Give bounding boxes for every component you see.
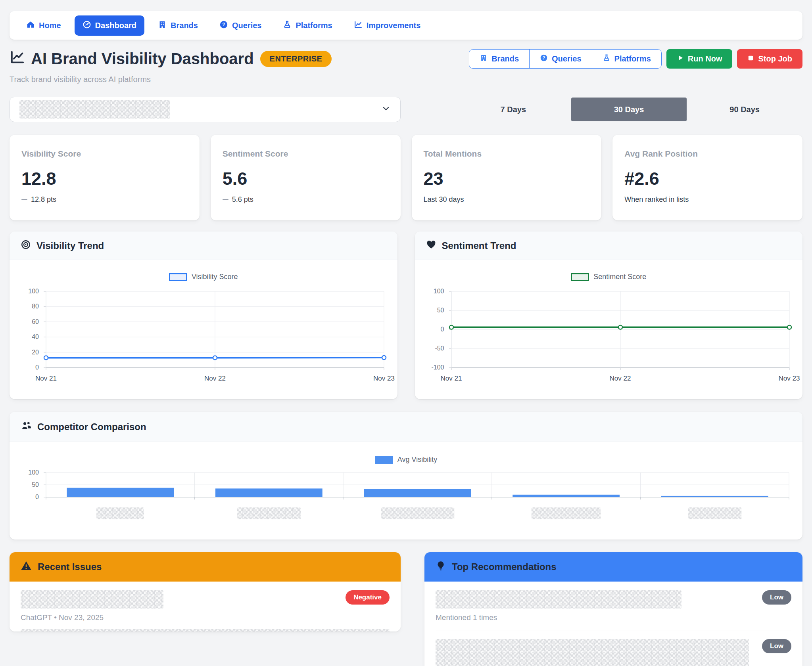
brand-select[interactable]	[10, 97, 401, 122]
x-tick-label: Nov 22	[610, 375, 631, 383]
recommendation-title-redacted	[436, 639, 749, 666]
x-tick-label: Nov 21	[441, 375, 462, 383]
queries-button[interactable]: ? Queries	[529, 50, 591, 68]
y-tick-label: 60	[32, 319, 39, 325]
period-30-days[interactable]: 30 Days	[571, 98, 687, 121]
gauge-icon	[83, 20, 91, 31]
nav-item-brands[interactable]: Brands	[150, 15, 206, 36]
nav-item-queries[interactable]: ? Queries	[211, 15, 269, 36]
stat-value: 23	[424, 170, 590, 188]
legend-swatch	[571, 273, 589, 281]
x-category-label-redacted	[532, 507, 601, 519]
issue-meta: ChatGPT • Nov 23, 2025	[21, 613, 390, 622]
x-category-label-redacted	[688, 507, 741, 519]
heart-icon	[426, 239, 436, 252]
visibility-target-icon	[21, 239, 31, 252]
building-icon	[158, 20, 167, 31]
panel-header: Visibility Trend	[10, 232, 397, 260]
period-90-days[interactable]: 90 Days	[687, 98, 802, 121]
nav-item-label: Platforms	[296, 21, 332, 30]
y-tick-label: 0	[441, 326, 444, 333]
y-tick-label: 0	[35, 494, 39, 500]
x-axis-labels: Nov 21Nov 22Nov 23	[46, 373, 384, 383]
nav-item-label: Brands	[171, 21, 198, 30]
x-tick-label: Nov 23	[373, 375, 395, 383]
question-icon: ?	[219, 20, 228, 31]
priority-badge: Low	[762, 590, 791, 605]
chart-legend[interactable]: Visibility Score	[23, 273, 384, 281]
stat-label: Total Mentions	[424, 149, 590, 159]
svg-text:?: ?	[222, 22, 225, 27]
stat-label: Visibility Score	[21, 149, 188, 159]
nav-item-improvements[interactable]: Improvements	[346, 15, 429, 36]
nav-item-platforms[interactable]: Platforms	[275, 15, 340, 36]
neutral-dash-icon	[21, 199, 27, 200]
stop-icon	[747, 54, 754, 63]
sentiment-trend-plot: -100-50050100	[451, 291, 789, 367]
x-axis-labels: Nov 21Nov 22Nov 23	[451, 373, 789, 383]
panel-header: Competitor Comparison	[10, 412, 802, 442]
recommendation-meta: Mentioned 1 times	[436, 613, 791, 622]
stop-job-button[interactable]: Stop Job	[737, 49, 802, 69]
x-category-label-redacted	[96, 507, 144, 519]
nav-item-dashboard[interactable]: Dashboard	[75, 15, 144, 36]
y-tick-label: -50	[435, 345, 444, 352]
platforms-button[interactable]: Platforms	[592, 50, 661, 68]
competitor-comparison-plot: 050100	[46, 473, 789, 497]
svg-text:?: ?	[543, 56, 545, 60]
period-selector: 7 Days 30 Days 90 Days	[455, 98, 802, 121]
top-recommendations-panel: Top Recommendations Low Mentioned 1 time…	[424, 552, 802, 666]
stat-value: 12.8	[21, 170, 188, 188]
y-tick-label: 40	[32, 334, 39, 340]
brands-button[interactable]: Brands	[469, 50, 529, 68]
x-category-label-redacted	[381, 507, 454, 519]
competitor-comparison-panel: Competitor Comparison Avg Visibility 050…	[10, 412, 802, 540]
y-tick-label: 0	[35, 364, 39, 371]
stat-label: Avg Rank Position	[624, 149, 791, 159]
run-now-button[interactable]: Run Now	[666, 49, 733, 69]
recommendation-title-redacted	[436, 590, 681, 609]
recommendation-item: Low	[436, 639, 791, 666]
recent-issues-panel: Recent Issues Negative ChatGPT • Nov 23,…	[10, 552, 401, 632]
y-tick-label: 50	[437, 307, 444, 314]
x-tick-label: Nov 23	[779, 375, 800, 383]
panel-title: Visibility Trend	[36, 240, 104, 251]
y-tick-label: 50	[32, 482, 39, 488]
users-icon	[21, 420, 32, 434]
nav-item-label: Dashboard	[95, 21, 136, 30]
y-tick-label: 100	[28, 469, 39, 476]
brand-select-value-redacted	[19, 100, 170, 119]
legend-swatch	[169, 273, 187, 281]
x-axis-labels	[46, 503, 789, 521]
panel-title: Competitor Comparison	[37, 421, 146, 433]
issue-title-redacted	[21, 590, 163, 609]
flask-icon	[603, 54, 610, 64]
nav-item-label: Improvements	[367, 21, 421, 30]
page-title: AI Brand Visibility Dashboard	[10, 49, 254, 69]
legend-label: Visibility Score	[192, 273, 238, 281]
stat-card-visibility-score: Visibility Score 12.8 12.8 pts	[10, 135, 200, 220]
x-category-label-redacted	[237, 507, 301, 519]
visibility-trend-panel: Visibility Trend Visibility Score 020406…	[10, 232, 397, 399]
nav-item-label: Home	[39, 21, 61, 30]
issue-item: Negative	[21, 590, 390, 609]
chart-line-icon	[354, 20, 363, 31]
chart-legend[interactable]: Sentiment Score	[428, 273, 789, 281]
y-tick-label: -100	[431, 364, 444, 371]
chart-legend[interactable]: Avg Visibility	[23, 455, 789, 464]
nav-item-home[interactable]: Home	[18, 15, 69, 36]
recommendation-item: Low	[436, 590, 791, 609]
period-7-days[interactable]: 7 Days	[455, 98, 571, 121]
flask-icon	[283, 20, 292, 31]
issue-body-redacted	[21, 629, 390, 632]
stat-card-sentiment-score: Sentiment Score 5.6 5.6 pts	[211, 135, 401, 220]
panel-header: Top Recommendations	[424, 552, 802, 582]
y-axis-labels: 050100	[23, 473, 43, 497]
y-tick-label: 100	[434, 288, 444, 295]
stat-delta: 12.8 pts	[21, 195, 188, 204]
stat-sub: Last 30 days	[424, 195, 590, 204]
trend-chart-icon	[10, 49, 25, 69]
legend-label: Avg Visibility	[397, 455, 437, 464]
stat-sub: When ranked in lists	[624, 195, 791, 204]
stat-card-avg-rank: Avg Rank Position #2.6 When ranked in li…	[612, 135, 802, 220]
